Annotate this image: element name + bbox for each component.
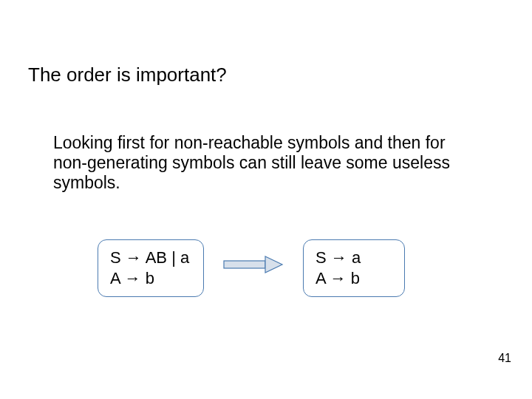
grammar-line: A → b [110, 268, 190, 289]
grammar-line: S → a [316, 248, 391, 268]
svg-marker-1 [265, 256, 282, 273]
page-number: 41 [498, 352, 511, 365]
arrow-right-icon [223, 256, 284, 273]
grammar-box-after: S → a A → b [303, 239, 405, 297]
slide: The order is important? Looking first fo… [0, 0, 532, 399]
svg-rect-0 [224, 261, 265, 268]
grammar-line: S → AB | a [110, 248, 190, 268]
grammar-box-before: S → AB | a A → b [98, 239, 204, 297]
slide-title: The order is important? [28, 64, 227, 86]
body-paragraph: Looking first for non-reachable symbols … [53, 133, 467, 193]
grammar-line: A → b [316, 268, 391, 289]
